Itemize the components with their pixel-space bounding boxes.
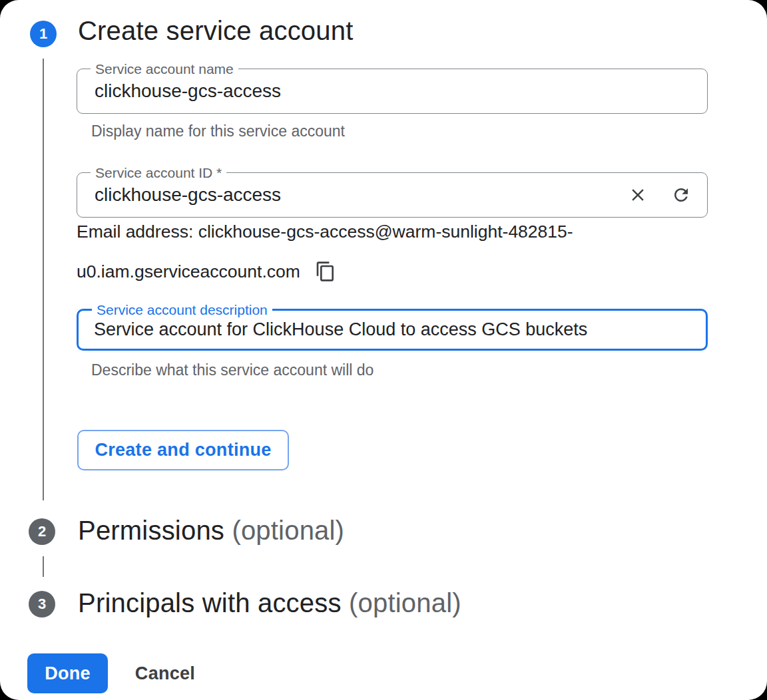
step-3-number: 3 bbox=[38, 596, 46, 613]
cancel-button[interactable]: Cancel bbox=[119, 653, 212, 693]
step-2-optional-text: (optional) bbox=[232, 516, 344, 545]
service-account-name-field[interactable]: Service account name clickhouse-gcs-acce… bbox=[77, 69, 708, 114]
done-button[interactable]: Done bbox=[27, 653, 108, 693]
step-1-number: 1 bbox=[39, 25, 47, 43]
service-account-name-value[interactable]: clickhouse-gcs-access bbox=[95, 81, 691, 102]
step-1-indicator: 1 bbox=[30, 21, 57, 47]
create-and-continue-button[interactable]: Create and continue bbox=[77, 430, 289, 470]
step-2-title[interactable]: Permissions (optional) bbox=[78, 515, 344, 546]
step-2-number: 2 bbox=[38, 523, 46, 540]
step-3-title-text: Principals with access bbox=[78, 588, 342, 617]
step-connector-line bbox=[43, 59, 44, 500]
email-address-line2: u0.iam.gserviceaccount.com bbox=[77, 262, 300, 282]
step-2-indicator: 2 bbox=[29, 518, 55, 545]
service-account-id-value[interactable]: clickhouse-gcs-access bbox=[95, 184, 628, 206]
id-field-actions bbox=[628, 185, 691, 205]
email-address-line1: Email address: clickhouse-gcs-access@war… bbox=[77, 222, 573, 261]
email-address-text: Email address: clickhouse-gcs-access@war… bbox=[77, 222, 573, 282]
step-3-indicator: 3 bbox=[29, 591, 55, 617]
step-1-title: Create service account bbox=[78, 15, 353, 46]
service-account-description-label: Service account description bbox=[92, 302, 272, 317]
step-2-title-text: Permissions bbox=[78, 516, 224, 545]
service-account-id-label: Service account ID * bbox=[91, 165, 226, 180]
step-3-title[interactable]: Principals with access (optional) bbox=[78, 588, 461, 618]
refresh-icon[interactable] bbox=[671, 185, 691, 205]
service-account-description-field[interactable]: Service account description Service acco… bbox=[77, 309, 708, 351]
step-3-optional-text: (optional) bbox=[349, 588, 461, 617]
service-account-name-label: Service account name bbox=[91, 61, 238, 77]
step-1-title-text: Create service account bbox=[78, 16, 353, 45]
clear-icon[interactable] bbox=[628, 185, 648, 205]
service-account-name-helper: Display name for this service account bbox=[91, 122, 345, 140]
copy-icon[interactable] bbox=[315, 261, 336, 282]
create-service-account-panel: 1 Create service account Service account… bbox=[0, 0, 767, 700]
service-account-description-helper: Describe what this service account will … bbox=[91, 361, 374, 379]
service-account-description-value[interactable]: Service account for ClickHouse Cloud to … bbox=[94, 319, 691, 340]
service-account-id-field[interactable]: Service account ID * clickhouse-gcs-acce… bbox=[77, 172, 708, 218]
step-connector-line-2 bbox=[43, 556, 44, 577]
